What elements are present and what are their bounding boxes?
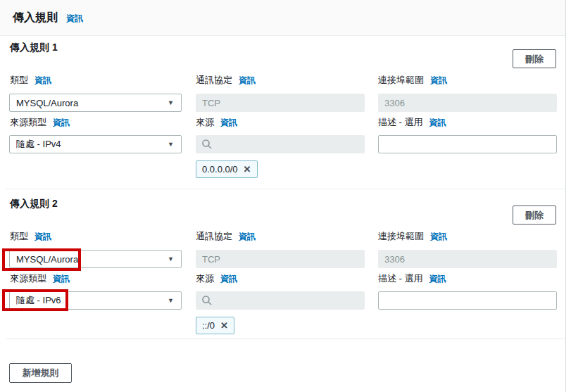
port-range-field-disabled: 3306	[378, 250, 557, 268]
type-info-link[interactable]: 資訊	[34, 231, 51, 243]
chevron-down-icon: ▼	[168, 255, 174, 263]
source-type-info-link[interactable]: 資訊	[53, 117, 70, 129]
source-type-dropdown-value: 隨處 - IPv4	[16, 138, 61, 151]
source-type-dropdown[interactable]: 隨處 - IPv4 ▼	[9, 135, 182, 153]
description-label: 描述 - 選用 資訊	[378, 116, 446, 129]
protocol-field-disabled: TCP	[196, 94, 365, 112]
close-icon[interactable]: ✕	[244, 165, 251, 174]
search-icon	[201, 295, 213, 306]
chevron-down-icon: ▼	[168, 99, 174, 106]
description-info-link[interactable]: 資訊	[429, 117, 446, 129]
source-type-info-link[interactable]: 資訊	[53, 273, 70, 285]
source-search-input[interactable]	[196, 291, 365, 310]
source-search-input[interactable]	[196, 135, 365, 153]
description-input[interactable]	[378, 135, 557, 153]
protocol-label: 通訊協定 資訊	[196, 230, 256, 243]
source-label: 來源 資訊	[196, 116, 237, 129]
chevron-down-icon: ▼	[168, 141, 174, 148]
search-icon	[201, 139, 213, 150]
panel-right-border	[565, 0, 566, 392]
inbound-rules-panel: 傳入規則 資訊 傳入規則 1 刪除 類型 資訊 通訊協定 資訊 連接埠範圍 資訊…	[0, 0, 571, 392]
rule-heading: 傳入規則 2	[10, 198, 58, 210]
footer-divider	[6, 339, 565, 339]
protocol-field-disabled: TCP	[196, 250, 365, 268]
type-dropdown[interactable]: MYSQL/Aurora ▼	[9, 250, 182, 268]
type-dropdown-value: MYSQL/Aurora	[16, 254, 78, 265]
type-info-link[interactable]: 資訊	[34, 75, 51, 87]
rule-heading: 傳入規則 1	[10, 42, 58, 54]
type-dropdown-value: MYSQL/Aurora	[16, 98, 78, 108]
port-range-info-link[interactable]: 資訊	[430, 231, 447, 243]
port-range-label: 連接埠範圍 資訊	[378, 230, 447, 243]
cidr-token-value: 0.0.0.0/0	[202, 164, 238, 175]
close-icon[interactable]: ✕	[220, 321, 228, 330]
source-info-link[interactable]: 資訊	[220, 117, 237, 129]
inbound-rule-section-1: 傳入規則 1 刪除 類型 資訊 通訊協定 資訊 連接埠範圍 資訊 MYSQL/A…	[0, 36, 571, 189]
port-range-field-disabled: 3306	[378, 94, 557, 112]
source-cidr-token: ::/0 ✕	[196, 317, 234, 334]
delete-rule-button[interactable]: 刪除	[513, 206, 556, 225]
cidr-token-value: ::/0	[202, 320, 215, 331]
page-info-link[interactable]: 資訊	[66, 13, 83, 25]
description-input[interactable]	[378, 291, 557, 310]
source-type-dropdown-value: 隨處 - IPv6	[16, 294, 61, 307]
type-label: 類型 資訊	[10, 74, 51, 87]
port-range-info-link[interactable]: 資訊	[430, 75, 447, 87]
source-info-link[interactable]: 資訊	[220, 273, 237, 285]
protocol-label: 通訊協定 資訊	[196, 74, 256, 87]
delete-rule-button[interactable]: 刪除	[513, 49, 556, 68]
source-cidr-token: 0.0.0.0/0 ✕	[196, 160, 258, 178]
chevron-down-icon: ▼	[168, 297, 174, 304]
panel-header: 傳入規則 資訊	[0, 0, 565, 36]
source-type-label: 來源類型 資訊	[10, 272, 70, 285]
protocol-info-link[interactable]: 資訊	[239, 75, 256, 87]
port-range-label: 連接埠範圍 資訊	[378, 74, 447, 87]
description-info-link[interactable]: 資訊	[429, 273, 446, 285]
inbound-rule-section-2: 傳入規則 2 刪除 類型 資訊 通訊協定 資訊 連接埠範圍 資訊 MYSQL/A…	[0, 192, 571, 346]
description-label: 描述 - 選用 資訊	[378, 272, 446, 285]
section-divider	[6, 189, 565, 189]
source-type-dropdown[interactable]: 隨處 - IPv6 ▼	[9, 291, 182, 310]
source-label: 來源 資訊	[196, 272, 237, 285]
source-type-label: 來源類型 資訊	[10, 116, 70, 129]
protocol-info-link[interactable]: 資訊	[239, 231, 256, 243]
type-label: 類型 資訊	[10, 230, 51, 243]
add-rule-button[interactable]: 新增規則	[9, 363, 72, 383]
page-title: 傳入規則	[13, 11, 58, 25]
type-dropdown[interactable]: MYSQL/Aurora ▼	[9, 94, 182, 112]
